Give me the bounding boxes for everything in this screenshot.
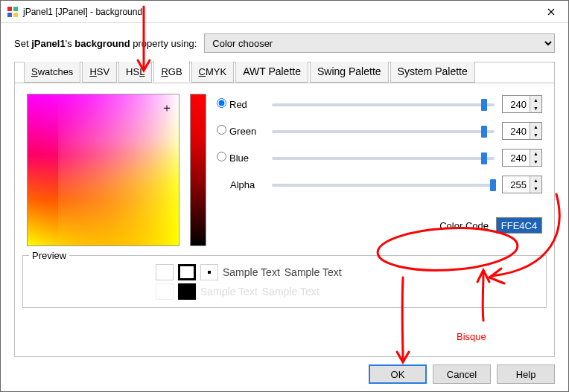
property-mode-select[interactable]: Color chooser [204,33,555,53]
tab-awt-palette[interactable]: AWT Palette [235,62,308,83]
swatch [200,264,218,280]
up-icon[interactable]: ▲ [530,123,541,131]
spinner-blue[interactable]: ▲▼ [502,149,542,167]
preview-label: Preview [29,250,69,261]
header-row: Set jPanel1's background property using:… [14,33,555,53]
spinner-red[interactable]: ▲▼ [502,95,542,113]
sample-text: Sample Text [262,286,320,298]
sample-text: Sample Text [223,266,280,278]
down-icon[interactable]: ▼ [530,158,541,166]
svg-rect-1 [13,7,18,11]
up-icon[interactable]: ▲ [530,176,541,184]
color-code-input[interactable] [496,217,542,234]
color-panel: Swatches HSV HSL RGB CMYK AWT Palette Sw… [14,62,555,357]
tab-swing-palette[interactable]: Swing Palette [310,62,389,83]
ok-button[interactable]: OK [369,364,427,384]
help-button[interactable]: Help [497,364,555,384]
down-icon[interactable]: ▼ [530,104,541,112]
radio-green[interactable]: Green [217,125,264,137]
svg-rect-2 [7,13,12,17]
tab-rgb[interactable]: RGB [153,61,189,82]
swatch [156,264,174,280]
slider-red[interactable] [272,99,495,109]
slider-green[interactable] [272,126,495,136]
label-alpha: Alpha [217,179,264,190]
dialog-buttons: OK Cancel Help [14,357,555,384]
slider-blue[interactable] [272,152,495,163]
crosshair-icon: ＋ [161,100,173,116]
channel-sliders: Red ▲▼ Green ▲▼ Blue ▲▼ [217,94,542,234]
spinner-alpha[interactable]: ▲▼ [502,176,542,193]
down-icon[interactable]: ▼ [530,131,541,139]
preview-row-1: Sample Text Sample Text [156,263,540,282]
tabs: Swatches HSV HSL RGB CMYK AWT Palette Sw… [22,62,475,83]
app-icon [7,6,19,18]
tab-system-palette[interactable]: System Palette [390,62,475,83]
titlebar: jPanel1 [JPanel] - background [1,1,568,23]
color-code-row: Color Code [217,217,542,234]
spinner-green[interactable]: ▲▼ [502,122,542,140]
header-label: Set jPanel1's background property using: [14,38,197,49]
preview-row-2: Sample Text Sample Text [156,282,540,301]
window-title: jPanel1 [JPanel] - background [23,7,534,17]
sample-text: Sample Text [200,286,258,298]
color-code-label: Color Code [439,220,489,231]
cancel-button[interactable]: Cancel [433,364,491,384]
swatch [178,264,196,280]
up-icon[interactable]: ▲ [530,96,541,104]
row-alpha: Alpha ▲▼ [217,176,542,193]
tab-strip: Swatches HSV HSL RGB CMYK AWT Palette Sw… [15,62,554,83]
tab-hsv[interactable]: HSV [82,62,117,83]
svg-rect-3 [13,13,18,17]
row-red: Red ▲▼ [217,95,542,113]
rgb-area: ＋ Red ▲▼ Green ▲▼ Blue [22,91,547,249]
svg-rect-0 [7,7,12,11]
dialog-body: Set jPanel1's background property using:… [1,23,568,391]
close-button[interactable] [534,1,568,23]
swatch [178,283,196,300]
tab-hsl[interactable]: HSL [118,62,152,83]
swatch [156,283,174,300]
close-icon [547,8,555,16]
slider-alpha[interactable] [272,179,495,190]
color-field[interactable]: ＋ [27,94,179,246]
hue-slider[interactable] [190,94,206,246]
preview-box: Preview Sample Text Sample Text Sample T… [22,255,547,308]
tab-swatches[interactable]: Swatches [24,62,80,83]
radio-red[interactable]: Red [217,98,264,110]
dialog-window: jPanel1 [JPanel] - background Set jPanel… [0,0,569,392]
tab-cmyk[interactable]: CMYK [191,62,235,83]
radio-blue[interactable]: Blue [217,152,264,164]
row-green: Green ▲▼ [217,122,542,140]
sample-text: Sample Text [284,266,342,278]
row-blue: Blue ▲▼ [217,149,542,167]
down-icon[interactable]: ▼ [530,184,541,193]
up-icon[interactable]: ▲ [530,150,541,158]
